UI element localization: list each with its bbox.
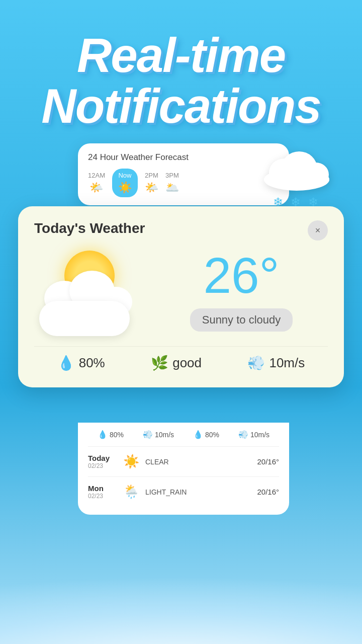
forecast-mon-day: Mon 02/23 (88, 484, 123, 500)
card-content: 26° Sunny to cloudy (34, 246, 328, 336)
title-line1: Real-time (0, 30, 362, 81)
humidity-value: 80% (79, 355, 105, 371)
hour-3pm[interactable]: 3PM 🌥️ (165, 172, 179, 194)
forecast-today-condition: CLEAR (145, 458, 257, 466)
mini-stats-row: 💧 80% 💨 10m/s 💧 80% 💨 10m/s (88, 423, 279, 447)
forecast-mon-condition: LIGHT_RAIN (145, 488, 257, 496)
forecast-hours: 12AM 🌤️ Now ☀️ 2PM 🌤️ 3PM 🌥️ (88, 169, 279, 197)
mini-stat-4: 💨 10m/s (238, 430, 269, 439)
card-header: Today's Weather × (34, 220, 328, 240)
weather-icon-main (34, 246, 145, 336)
air-quality-icon: 🌿 (151, 355, 168, 371)
cloud-body (39, 301, 130, 336)
forecast-row-today: Today 02/23 ☀️ CLEAR 20/16° (88, 447, 279, 477)
mini-wind-icon-1: 💨 (143, 430, 153, 439)
title-line2: Notifications (0, 81, 362, 132)
mini-stat-1: 💧 80% (98, 430, 124, 439)
mini-humidity-value-2: 80% (205, 431, 219, 439)
forecast-row-mon: Mon 02/23 🌦️ LIGHT_RAIN 20/16° (88, 477, 279, 507)
page-title: Real-time Notifications (0, 0, 362, 132)
mini-humidity-value-1: 80% (110, 431, 124, 439)
bottom-panel: 💧 80% 💨 10m/s 💧 80% 💨 10m/s Today 02/23 … (78, 423, 289, 515)
air-quality-stat: 🌿 good (151, 355, 202, 371)
card-title: Today's Weather (34, 220, 145, 236)
weather-stats: 💧 80% 🌿 good 💨 10m/s (34, 346, 328, 371)
forecast-today-name: Today (88, 454, 123, 462)
background-clouds (0, 533, 362, 644)
close-icon: × (315, 225, 321, 236)
hour-2pm[interactable]: 2PM 🌤️ (145, 172, 158, 194)
cloud-svg-icon (261, 143, 332, 191)
forecast-mon-name: Mon (88, 484, 123, 493)
mini-wind-icon-2: 💨 (238, 430, 248, 439)
mini-humidity-icon-1: 💧 (98, 430, 108, 439)
wind-stat: 💨 10m/s (247, 355, 305, 371)
forecast-card: 24 Hour Weather Forecast 12AM 🌤️ Now ☀️ … (78, 143, 289, 205)
hour-now[interactable]: Now ☀️ (112, 169, 138, 197)
wind-icon: 💨 (247, 355, 265, 371)
mini-stat-3: 💧 80% (193, 430, 219, 439)
close-button[interactable]: × (308, 220, 328, 240)
air-quality-value: good (172, 355, 202, 371)
humidity-icon: 💧 (57, 355, 75, 371)
humidity-stat: 💧 80% (57, 355, 105, 371)
forecast-mon-temp: 20/16° (257, 488, 279, 496)
forecast-today-temp: 20/16° (257, 457, 279, 466)
forecast-card-title: 24 Hour Weather Forecast (88, 152, 279, 163)
cloud-icon (34, 281, 135, 336)
forecast-today-day: Today 02/23 (88, 454, 123, 469)
weather-info: 26° Sunny to cloudy (155, 250, 328, 332)
forecast-today-date: 02/23 (88, 462, 123, 469)
forecast-mon-date: 02/23 (88, 493, 123, 500)
mini-stat-2: 💨 10m/s (143, 430, 174, 439)
condition-badge: Sunny to cloudy (190, 308, 293, 332)
forecast-today-icon: ☀️ (123, 454, 139, 469)
svg-point-4 (264, 170, 329, 190)
forecast-mon-icon: 🌦️ (123, 484, 139, 500)
temperature-display: 26° (203, 250, 279, 300)
weather-notification-card: Today's Weather × 26° Sunny to cloudy 💧 … (18, 206, 344, 387)
mini-humidity-icon-2: 💧 (193, 430, 203, 439)
mini-wind-value-1: 10m/s (155, 431, 174, 439)
hour-12am[interactable]: 12AM 🌤️ (88, 172, 105, 194)
wind-value: 10m/s (269, 355, 305, 371)
mini-wind-value-2: 10m/s (250, 431, 269, 439)
